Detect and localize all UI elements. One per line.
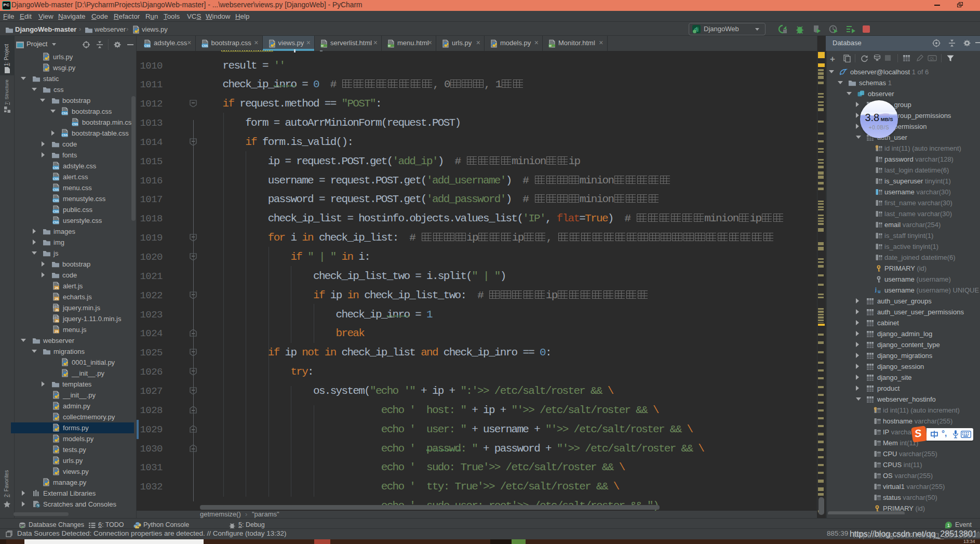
svg-text:JS: JS — [55, 309, 59, 312]
svg-text:JS: JS — [55, 330, 58, 333]
svg-text:CSS: CSS — [53, 221, 59, 224]
svg-text:H: H — [549, 44, 551, 47]
svg-text:CSS: CSS — [62, 112, 68, 115]
svg-text:CSS: CSS — [72, 123, 78, 126]
svg-text:CSS: CSS — [53, 210, 59, 213]
svg-text:CSS: CSS — [53, 199, 59, 202]
svg-text:CSS: CSS — [202, 44, 208, 47]
svg-text:CSS: CSS — [53, 188, 59, 191]
svg-text:JS: JS — [55, 320, 59, 323]
svg-text:JS: JS — [55, 297, 58, 300]
svg-text:H: H — [321, 44, 323, 47]
svg-text:j: j — [875, 286, 877, 293]
svg-text:CSS: CSS — [53, 177, 59, 180]
svg-text:CSS: CSS — [144, 44, 151, 47]
svg-text:u: u — [878, 289, 881, 294]
svg-text:CSS: CSS — [62, 134, 68, 137]
svg-text:H: H — [388, 44, 390, 47]
svg-text:JS: JS — [55, 286, 58, 289]
svg-text:CSS: CSS — [53, 166, 59, 169]
